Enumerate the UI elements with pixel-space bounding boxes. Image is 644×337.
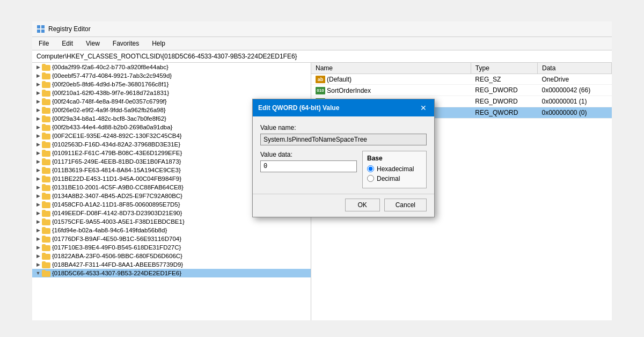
tree-arrow: ▶ bbox=[34, 63, 42, 71]
hexadecimal-label: Hexadecimal bbox=[377, 165, 414, 173]
tree-arrow: ▶ bbox=[34, 226, 42, 234]
dialog-close-button[interactable]: ✕ bbox=[418, 102, 429, 113]
tree-label: {010911E2-F61C-479B-B08C-43E6D1299EFE} bbox=[52, 150, 182, 156]
app-icon bbox=[36, 25, 45, 33]
folder-icon bbox=[42, 115, 50, 122]
folder-icon bbox=[42, 72, 50, 79]
folder-icon bbox=[42, 166, 50, 174]
dialog-title: Edit QWORD (64-bit) Value bbox=[258, 104, 339, 112]
tree-arrow: ▶ bbox=[34, 235, 42, 243]
tree-item[interactable]: ▶ {01776DF3-B9AF-4E50-9B1C-56E93116D704} bbox=[32, 235, 311, 243]
tree-arrow-expanded: ▼ bbox=[34, 269, 42, 277]
folder-icon bbox=[42, 141, 50, 148]
reg-sz-icon: ab bbox=[316, 76, 325, 83]
tree-arrow: ▶ bbox=[34, 175, 42, 182]
tree-arrow: ▶ bbox=[34, 89, 42, 97]
folder-icon bbox=[42, 175, 50, 182]
tree-label: {00F2CE1E-935E-4248-892C-130F32C45CB4} bbox=[52, 133, 182, 139]
base-label: Base bbox=[367, 155, 422, 162]
tree-item[interactable]: ▶ {01575CFE-9A55-4003-A5E1-F38D1EBDCBE1} bbox=[32, 217, 311, 226]
tree-item[interactable]: ▶ {16fd94e-b02a-4ab8-94c6-149fdab56b8d} bbox=[32, 226, 311, 235]
table-row[interactable]: ab (Default) REG_SZ OneDrive bbox=[311, 74, 612, 85]
reg-data: 0x00000042 (66) bbox=[537, 85, 611, 96]
cancel-button[interactable]: Cancel bbox=[384, 199, 427, 211]
tree-arrow: ▶ bbox=[34, 218, 42, 225]
tree-item[interactable]: ▶ {018BA427-F311-44FD-8AA1-ABEEB57739D9} bbox=[32, 260, 311, 269]
menu-file[interactable]: File bbox=[36, 39, 51, 48]
menu-bar: File Edit View Favorites Help bbox=[32, 37, 612, 50]
address-text: Computer\HKEY_CLASSES_ROOT\CLSID\{018D5C… bbox=[36, 53, 297, 60]
tree-arrow: ▶ bbox=[34, 72, 42, 79]
folder-icon bbox=[42, 201, 50, 208]
menu-view[interactable]: View bbox=[84, 39, 102, 48]
tree-label: {00f210a1-62f0-438b-9f7e-9618d72a1831} bbox=[52, 90, 169, 96]
tree-item[interactable]: ▶ {00f20eb5-8fd6-4d9d-b75e-36801766c8f1} bbox=[32, 80, 311, 89]
folder-icon bbox=[42, 184, 50, 191]
folder-icon bbox=[42, 149, 50, 157]
tree-item[interactable]: ▶ {00f210a1-62f0-438b-9f7e-9618d72a1831} bbox=[32, 89, 311, 97]
decimal-label: Decimal bbox=[377, 175, 400, 182]
folder-icon bbox=[42, 218, 50, 225]
tree-arrow: ▶ bbox=[34, 132, 42, 140]
tree-arrow: ▶ bbox=[34, 192, 42, 200]
tree-item-selected[interactable]: ▼ {018D5C66-4533-4307-9B53-224DE2ED1FE6} bbox=[32, 269, 311, 277]
folder-icon bbox=[42, 123, 50, 131]
tree-arrow: ▶ bbox=[34, 261, 42, 268]
tree-label: {00f26e02-e9f2-4a9f-9fdd-5a962fb26a98} bbox=[52, 107, 166, 113]
reg-dword-icon: 010 bbox=[316, 87, 325, 94]
col-data: Data bbox=[537, 63, 611, 74]
tree-label-selected: {018D5C66-4533-4307-9B53-224DE2ED1FE6} bbox=[52, 270, 181, 276]
dialog-value-base-row: Value data: Base Hexadecimal Decimal bbox=[260, 151, 427, 188]
table-row[interactable]: 010 SortOrderIndex REG_DWORD 0x00000042 … bbox=[311, 85, 612, 96]
tree-arrow: ▶ bbox=[34, 141, 42, 148]
decimal-option[interactable]: Decimal bbox=[367, 175, 422, 182]
folder-icon bbox=[42, 226, 50, 234]
ok-button[interactable]: OK bbox=[345, 199, 380, 211]
tree-label: {0102563D-F16D-434d-82A2-37968BD3E31E} bbox=[52, 141, 180, 148]
decimal-radio[interactable] bbox=[367, 175, 374, 182]
folder-icon bbox=[42, 132, 50, 140]
tree-label: {00da2f99-f2a6-40c2-b770-a920f8e44abc} bbox=[52, 64, 169, 70]
dialog-body: Value name: Value data: Base Hexadecimal bbox=[253, 116, 434, 194]
tree-arrow: ▶ bbox=[34, 184, 42, 191]
tree-item[interactable]: ▶ {017F10E3-89E4-49F0-B545-618DE31FD27C} bbox=[32, 243, 311, 252]
folder-icon bbox=[42, 261, 50, 268]
svg-rect-2 bbox=[37, 30, 40, 33]
tree-label: {01776DF3-B9AF-4E50-9B1C-56E93116D704} bbox=[52, 236, 181, 242]
tree-label: {00eebf57-477d-4084-9921-7ab3c2c9459d} bbox=[52, 72, 172, 79]
tree-label: {01822ABA-23F0-4506-9BBC-680F5D6D606C} bbox=[52, 253, 182, 259]
reg-type: REG_DWORD bbox=[471, 96, 537, 107]
tree-label: {0134A8B2-3407-4B45-AD25-E9F7C92A80BC} bbox=[52, 193, 182, 199]
folder-icon bbox=[42, 244, 50, 251]
folder-icon bbox=[42, 89, 50, 97]
tree-arrow: ▶ bbox=[34, 115, 42, 122]
tree-arrow: ▶ bbox=[34, 166, 42, 174]
reg-name: 010 SortOrderIndex bbox=[311, 85, 471, 96]
tree-arrow: ▶ bbox=[34, 209, 42, 217]
menu-favorites[interactable]: Favorites bbox=[111, 39, 141, 48]
hexadecimal-radio[interactable] bbox=[367, 165, 374, 172]
value-name-input[interactable] bbox=[260, 134, 427, 145]
menu-edit[interactable]: Edit bbox=[60, 39, 75, 48]
value-data-input[interactable] bbox=[260, 160, 357, 172]
tree-item[interactable]: ▶ {00eebf57-477d-4084-9921-7ab3c2c9459d} bbox=[32, 71, 311, 80]
tree-label: {01575CFE-9A55-4003-A5E1-F38D1EBDCBE1} bbox=[52, 218, 185, 225]
tree-label: {0131BE10-2001-4C5F-A9B0-CC88FAB64CE8} bbox=[52, 184, 184, 191]
value-data-label: Value data: bbox=[260, 151, 357, 158]
folder-icon bbox=[42, 80, 50, 88]
tree-arrow: ▶ bbox=[34, 158, 42, 165]
reg-data: 0x00000001 (1) bbox=[537, 96, 611, 107]
dialog-buttons: OK Cancel bbox=[253, 194, 434, 217]
svg-rect-1 bbox=[41, 25, 45, 28]
tree-item[interactable]: ▶ {01822ABA-23F0-4506-9BBC-680F5D6D606C} bbox=[32, 252, 311, 260]
dialog-title-bar: Edit QWORD (64-bit) Value ✕ bbox=[253, 99, 434, 116]
hexadecimal-option[interactable]: Hexadecimal bbox=[367, 165, 422, 173]
menu-help[interactable]: Help bbox=[150, 39, 167, 48]
address-bar: Computer\HKEY_CLASSES_ROOT\CLSID\{018D5C… bbox=[32, 50, 612, 63]
folder-icon bbox=[42, 98, 50, 105]
tree-item[interactable]: ▶ {00da2f99-f2a6-40c2-b770-a920f8e44abc} bbox=[32, 63, 311, 71]
tree-label: {01171F65-249E-4EEB-81BD-03E1B0FA1873} bbox=[52, 158, 181, 165]
tree-label: {00f20eb5-8fd6-4d9d-b75e-36801766c8f1} bbox=[52, 81, 169, 87]
col-type: Type bbox=[471, 63, 537, 74]
tree-label: {017F10E3-89E4-49F0-B545-618DE31FD27C} bbox=[52, 244, 181, 251]
